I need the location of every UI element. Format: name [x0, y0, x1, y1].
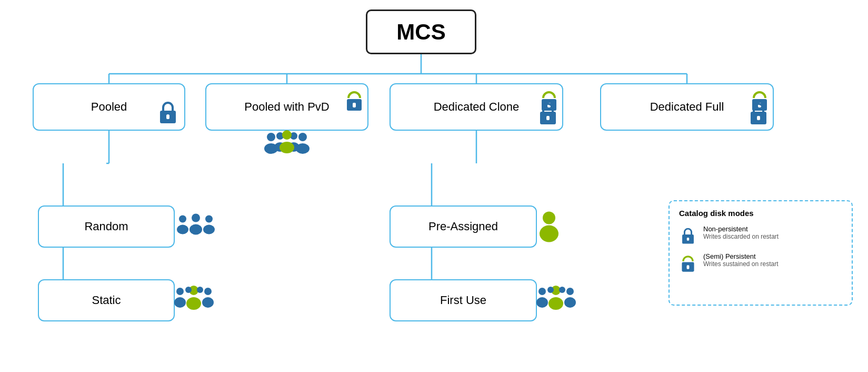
- svg-rect-37: [757, 116, 760, 120]
- legend-title: Catalog disk modes: [679, 209, 842, 218]
- svg-point-46: [204, 288, 212, 295]
- svg-point-52: [543, 212, 555, 224]
- first-use-label: First Use: [440, 293, 486, 307]
- ded-full-node: Dedicated Full: [600, 83, 774, 131]
- svg-rect-63: [687, 238, 689, 241]
- static-node: Static: [38, 279, 175, 321]
- svg-point-38: [179, 216, 186, 223]
- svg-rect-33: [546, 116, 550, 120]
- svg-point-57: [564, 297, 576, 308]
- diagram: MCS Pooled Pooled with PvD: [0, 0, 868, 372]
- people-random-icon: [176, 212, 216, 241]
- legend-semi-persistent: (Semi) Persistent Writes sustained on re…: [679, 252, 842, 273]
- legend-lock-blue-icon: [679, 226, 697, 246]
- lock-blue-full-icon: [746, 100, 771, 128]
- lock-blue-clone-icon: [536, 100, 560, 128]
- svg-point-49: [186, 297, 201, 310]
- lock-green-icon: [344, 89, 364, 113]
- svg-point-42: [205, 216, 213, 223]
- root-label: MCS: [396, 19, 445, 45]
- random-label: Random: [84, 220, 128, 233]
- people-pvd-icon: [263, 130, 311, 159]
- random-node: Random: [38, 205, 175, 248]
- svg-point-59: [548, 297, 563, 310]
- svg-point-40: [192, 214, 200, 222]
- root-node: MCS: [366, 9, 476, 54]
- pooled-pvd-node: Pooled with PvD: [205, 83, 368, 131]
- first-use-node: First Use: [390, 279, 537, 321]
- svg-point-28: [282, 130, 292, 140]
- legend-non-persistent-desc: Writes discarded on restart: [703, 233, 779, 240]
- svg-point-39: [177, 225, 188, 234]
- svg-point-51: [197, 287, 203, 293]
- static-label: Static: [92, 293, 121, 307]
- svg-point-60: [547, 287, 554, 293]
- svg-point-54: [538, 288, 546, 295]
- legend-semi-persistent-label: (Semi) Persistent: [703, 252, 779, 260]
- pre-assigned-label: Pre-Assigned: [428, 220, 498, 233]
- person-pre-assigned-icon: [536, 210, 562, 244]
- svg-point-56: [566, 288, 574, 295]
- svg-point-43: [203, 225, 215, 234]
- people-first-use-icon: [536, 285, 581, 316]
- legend-lock-green-icon: [679, 253, 697, 273]
- svg-point-53: [540, 226, 558, 242]
- svg-point-29: [280, 142, 294, 153]
- svg-point-47: [202, 297, 214, 308]
- legend-box: Catalog disk modes Non-persistent Writes…: [669, 200, 853, 306]
- lock-blue-icon: [156, 99, 180, 126]
- legend-non-persistent: Non-persistent Writes discarded on resta…: [679, 225, 842, 246]
- ded-clone-node: Dedicated Clone: [390, 83, 563, 131]
- svg-point-20: [267, 133, 275, 141]
- svg-point-61: [559, 287, 565, 293]
- svg-rect-65: [687, 265, 690, 269]
- pooled-label: Pooled: [91, 100, 127, 114]
- svg-point-44: [176, 288, 184, 295]
- ded-clone-label: Dedicated Clone: [434, 100, 520, 114]
- people-static-icon: [174, 285, 218, 316]
- svg-point-55: [536, 297, 548, 308]
- svg-point-17: [166, 114, 169, 118]
- svg-rect-19: [353, 103, 356, 107]
- pooled-pvd-label: Pooled with PvD: [244, 100, 329, 114]
- svg-point-22: [298, 133, 307, 141]
- legend-non-persistent-label: Non-persistent: [703, 225, 779, 233]
- svg-point-45: [174, 297, 186, 308]
- svg-point-50: [185, 287, 192, 293]
- pre-assigned-node: Pre-Assigned: [390, 205, 537, 248]
- svg-point-41: [189, 224, 202, 235]
- ded-full-label: Dedicated Full: [650, 100, 724, 114]
- legend-semi-persistent-desc: Writes sustained on restart: [703, 260, 779, 268]
- pooled-node: Pooled: [33, 83, 185, 131]
